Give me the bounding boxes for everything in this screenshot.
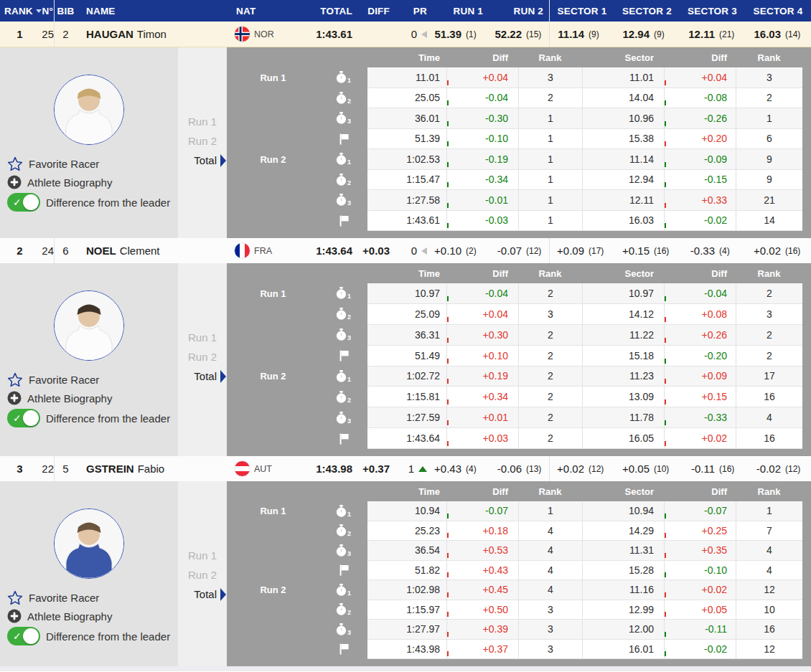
run2-tab[interactable]: Run 2: [188, 349, 217, 366]
time-rank: 2: [518, 283, 582, 304]
detail-col-diff2: Diff: [664, 486, 736, 497]
start-number-cell: 24: [39, 238, 54, 263]
col-nat[interactable]: NAT: [232, 0, 292, 22]
col-start-number[interactable]: N°: [39, 0, 54, 22]
time-rank: 1: [518, 149, 582, 170]
col-run2[interactable]: RUN 2: [489, 0, 549, 22]
total-tab[interactable]: Total: [194, 586, 217, 603]
position-change: 0: [393, 238, 434, 263]
run-label: [227, 88, 319, 109]
col-diff[interactable]: DIFF: [358, 0, 393, 22]
athlete-biography-button[interactable]: Athlete Biography: [7, 175, 178, 189]
col-rank-label: RANK: [4, 6, 33, 16]
run1-tab[interactable]: Run 1: [188, 547, 217, 564]
sector-diff: -0.09: [664, 149, 736, 170]
intermediate-time: 1:43.61: [367, 211, 446, 232]
run-label: Run 1: [227, 501, 319, 521]
athlete-biography-label: Athlete Biography: [27, 392, 112, 404]
sector-rank: 9: [736, 149, 802, 170]
run-label: [227, 108, 319, 129]
sector-rank: 16: [736, 620, 802, 640]
run-label: [227, 387, 319, 407]
col-sector3[interactable]: SECTOR 3: [680, 0, 745, 22]
detail-row: 3 36.54 +0.53 4 11.31 +0.35 4: [227, 541, 802, 561]
sector-diff: +0.08: [664, 304, 736, 325]
col-name[interactable]: NAME: [77, 0, 232, 22]
sector-rank: 4: [736, 541, 802, 561]
sector-rank: 12: [736, 640, 802, 660]
col-sector4[interactable]: SECTOR 4: [745, 0, 811, 22]
sector-time: 12.00: [582, 620, 664, 640]
favorite-racer-button[interactable]: Favorite Racer: [7, 156, 178, 171]
detail-col-rank2: Rank: [736, 486, 802, 497]
finish-flag-icon: [319, 211, 367, 232]
time-rank: 2: [518, 346, 582, 366]
athlete-biography-button[interactable]: Athlete Biography: [7, 609, 178, 623]
stopwatch-3-icon: 3: [319, 407, 367, 428]
detail-col-sector: Sector: [582, 52, 664, 63]
sector2-result: +0.15 (16): [614, 238, 680, 263]
col-sector2[interactable]: SECTOR 2: [614, 0, 680, 22]
detail-row: 2 25.23 +0.18 4 14.29 +0.25 7: [227, 521, 802, 541]
sector3-result: 12.11 (21): [680, 22, 745, 47]
detail-row: Run 1 1 11.01 +0.04 3 11.01 +0.04 3: [227, 67, 802, 88]
stopwatch-3-icon: 3: [319, 108, 367, 129]
time-diff: +0.01: [446, 407, 518, 428]
run-label: [227, 211, 319, 232]
run-label: [227, 428, 319, 449]
sector-diff: -0.15: [664, 170, 736, 191]
col-bib[interactable]: BIB: [54, 0, 77, 22]
position-change: 1: [393, 456, 434, 481]
racer-summary-row[interactable]: 1 25 2 HAUGAN Timon NOR 1:43.61 0 51.39 …: [0, 22, 811, 47]
col-run1[interactable]: RUN 1: [434, 0, 489, 22]
position-change: 0: [393, 22, 434, 47]
nat-code: NOR: [254, 29, 274, 39]
plus-circle-icon: [7, 391, 22, 405]
run-label: [227, 170, 319, 191]
sector-time: 14.29: [582, 521, 664, 541]
nationality-cell: NOR: [232, 22, 292, 47]
favorite-racer-button[interactable]: Favorite Racer: [7, 372, 178, 387]
athlete-biography-button[interactable]: Athlete Biography: [7, 391, 178, 405]
run-label: [227, 325, 319, 346]
sector-time: 10.97: [582, 283, 664, 304]
time-rank: 2: [518, 407, 582, 428]
col-pr[interactable]: PR: [393, 0, 434, 22]
detail-row: Run 2 1 1:02.72 +0.19 2 11.23 +0.09 17: [227, 366, 802, 387]
sector-diff: -0.04: [664, 283, 736, 304]
racer-summary-row[interactable]: 3 22 5 GSTREIN Fabio AUT 1:43.98 +0.37 1…: [0, 456, 811, 481]
run1-tab[interactable]: Run 1: [188, 329, 217, 346]
sector1-result: 11.14 (9): [549, 22, 614, 47]
col-rank[interactable]: RANK: [0, 0, 39, 22]
run2-tab[interactable]: Run 2: [188, 133, 217, 150]
sector-rank: 14: [736, 211, 802, 232]
run2-tab[interactable]: Run 2: [188, 567, 217, 584]
favorite-racer-button[interactable]: Favorite Racer: [7, 590, 178, 605]
run1-tab[interactable]: Run 1: [188, 113, 217, 131]
difference-toggle[interactable]: ✓: [7, 409, 40, 427]
sector-time: 10.96: [582, 108, 664, 129]
position-change-value: 0: [411, 28, 417, 40]
run-label: Run 2: [227, 149, 319, 170]
difference-toggle[interactable]: ✓: [7, 193, 40, 212]
sector-rank: 7: [736, 521, 802, 541]
racer-first-name: Timon: [137, 28, 167, 40]
col-sector1[interactable]: SECTOR 1: [549, 0, 614, 22]
athlete-photo: [54, 75, 124, 145]
intermediate-time: 25.09: [367, 304, 446, 325]
detail-row: 3 1:27.58 -0.01 1 12.11 +0.33 21: [227, 190, 802, 211]
difference-toggle[interactable]: ✓: [7, 627, 40, 645]
total-tab[interactable]: Total: [194, 152, 217, 169]
detail-table: Time Diff Rank Sector Diff Rank Run 1 1 …: [227, 263, 811, 456]
sector-rank: 9: [736, 170, 802, 191]
sector-diff: -0.02: [664, 640, 736, 660]
sector-rank: 10: [736, 600, 802, 620]
athlete-photo: [54, 290, 124, 361]
nat-code: AUT: [254, 464, 272, 474]
detail-row: 2 25.05 -0.04 2 14.04 -0.08 2: [227, 88, 802, 109]
sector-rank: 2: [736, 283, 802, 304]
col-total[interactable]: TOTAL: [292, 0, 358, 22]
intermediate-time: 25.23: [367, 521, 446, 541]
racer-summary-row[interactable]: 2 24 6 NOEL Clement FRA 1:43.64 +0.03 0 …: [0, 238, 811, 263]
total-tab[interactable]: Total: [194, 368, 217, 385]
